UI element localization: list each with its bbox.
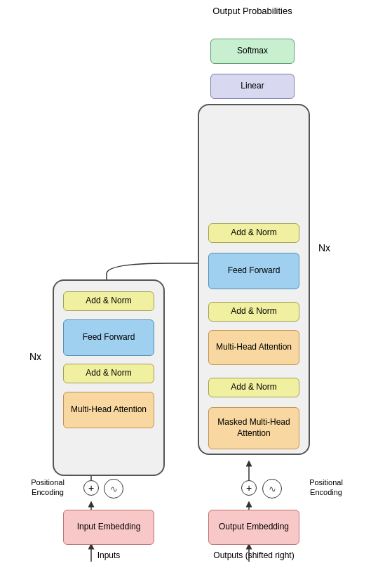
decoder-feed-forward: Feed Forward [208, 253, 299, 289]
decoder-output-embedding: Output Embedding [208, 510, 299, 545]
decoder-add-norm-3: Add & Norm [208, 223, 299, 243]
decoder-add-norm-2: Add & Norm [208, 302, 299, 322]
linear-box: Linear [210, 74, 295, 99]
decoder-add-norm-1: Add & Norm [208, 378, 299, 397]
encoder-inputs-label: Inputs [81, 550, 137, 562]
encoder-multi-head-attention: Multi-Head Attention [63, 392, 154, 428]
encoder-nx-label: Nx [29, 351, 41, 362]
decoder-masked-multi-head: Masked Multi-Head Attention [208, 407, 299, 449]
encoder-feed-forward: Feed Forward [63, 319, 154, 356]
decoder-plus-circle: + [241, 480, 257, 496]
softmax-box: Softmax [210, 39, 295, 64]
decoder-wave-circle: ∿ [262, 479, 282, 498]
encoder-positional-encoding-label: Positional Encoding [20, 477, 76, 498]
encoder-input-embedding: Input Embedding [63, 510, 154, 545]
decoder-nx-label: Nx [318, 242, 330, 253]
encoder-add-norm-2: Add & Norm [63, 291, 154, 311]
output-probabilities-label: Output Probabilities [210, 6, 295, 18]
encoder-wave-circle: ∿ [104, 479, 123, 498]
decoder-outputs-label: Outputs (shifted right) [205, 550, 303, 562]
transformer-diagram: Output Probabilities Softmax Linear Nx A… [0, 0, 392, 575]
decoder-multi-head-attention: Multi-Head Attention [208, 330, 299, 365]
encoder-plus-circle: + [83, 480, 99, 496]
decoder-positional-encoding-label: Positional Encoding [295, 477, 358, 498]
encoder-add-norm-1: Add & Norm [63, 364, 154, 383]
